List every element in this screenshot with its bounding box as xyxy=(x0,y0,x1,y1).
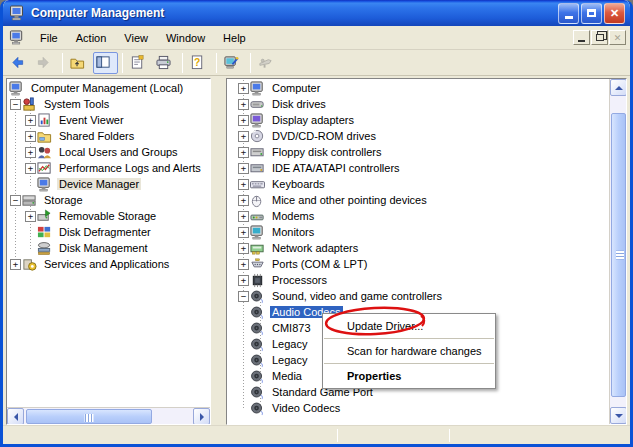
expander-minus-icon[interactable]: − xyxy=(9,195,22,206)
menu-view[interactable]: View xyxy=(115,29,157,47)
expander-plus-icon[interactable]: + xyxy=(9,259,22,270)
menu-file[interactable]: File xyxy=(31,29,67,47)
expander-plus-icon[interactable]: + xyxy=(237,211,250,222)
scroll-thumb[interactable] xyxy=(611,113,626,397)
tree-item-services-and-applications[interactable]: +Services and Applications xyxy=(7,256,210,272)
expander-plus-icon[interactable]: + xyxy=(24,115,37,126)
tree-item-disk-defragmenter[interactable]: Disk Defragmenter xyxy=(7,224,210,240)
expander-plus-icon[interactable]: + xyxy=(237,179,250,190)
tree-item-keyboards[interactable]: +Keyboards xyxy=(227,176,609,192)
speaker-icon xyxy=(250,289,266,304)
expander-plus-icon[interactable]: + xyxy=(237,227,250,238)
tree-item-dvd-cd-rom-drives[interactable]: +DVD/CD-ROM drives xyxy=(227,128,609,144)
scan-computer-button[interactable] xyxy=(221,52,246,74)
tree-item-network-adapters[interactable]: +Network adapters xyxy=(227,240,609,256)
tree-item-ide-ata-atapi-controllers[interactable]: +IDE ATA/ATAPI controllers xyxy=(227,160,609,176)
tree-item-label: CMI873 xyxy=(270,322,313,334)
thumb-grip xyxy=(85,414,94,422)
tree-item-video-codecs[interactable]: Video Codecs xyxy=(227,400,609,416)
minimize-button[interactable] xyxy=(558,3,579,24)
defrag-icon xyxy=(37,225,53,240)
scroll-thumb[interactable] xyxy=(26,409,152,424)
tree-item-computer-management-local[interactable]: Computer Management (Local) xyxy=(7,80,210,96)
expander-plus-icon[interactable]: + xyxy=(237,163,250,174)
expander-plus-icon[interactable]: + xyxy=(24,211,37,222)
back-button[interactable] xyxy=(7,52,32,74)
computer-icon xyxy=(250,81,266,96)
scroll-left-button[interactable] xyxy=(7,408,24,425)
mdi-restore-button[interactable] xyxy=(591,30,608,45)
up-one-level-button[interactable] xyxy=(67,52,92,74)
tree-item-ports-com-lpt[interactable]: +Ports (COM & LPT) xyxy=(227,256,609,272)
expander-plus-icon[interactable]: + xyxy=(24,163,37,174)
users-icon xyxy=(37,145,53,160)
maximize-button[interactable] xyxy=(581,3,602,24)
tree-item-label: Mice and other pointing devices xyxy=(270,194,429,206)
menu-window[interactable]: Window xyxy=(157,29,214,47)
device-manager-icon xyxy=(37,177,53,192)
tree-item-shared-folders[interactable]: +Shared Folders xyxy=(7,128,210,144)
properties-button[interactable] xyxy=(127,52,152,74)
tree-item-display-adapters[interactable]: +Display adapters xyxy=(227,112,609,128)
tree-item-computer[interactable]: +Computer xyxy=(227,80,609,96)
expander-plus-icon[interactable]: + xyxy=(24,131,37,142)
horizontal-scrollbar[interactable] xyxy=(7,407,210,424)
expander-plus-icon[interactable]: + xyxy=(237,195,250,206)
scroll-down-button[interactable] xyxy=(610,407,627,424)
mdi-minimize-button[interactable] xyxy=(573,30,590,45)
tree-item-monitors[interactable]: +Monitors xyxy=(227,224,609,240)
help-icon: ? xyxy=(190,55,206,70)
tree-item-label: Modems xyxy=(270,210,316,222)
tree-item-label: Sound, video and game controllers xyxy=(270,290,444,302)
context-menu-item-properties[interactable]: Properties xyxy=(323,366,495,386)
tree-item-removable-storage[interactable]: +Removable Storage xyxy=(7,208,210,224)
title-bar[interactable]: Computer Management ✕ xyxy=(3,0,630,26)
context-menu-item-scan-for-hardware-changes[interactable]: Scan for hardware changes xyxy=(323,341,495,361)
tree-item-processors[interactable]: +Processors xyxy=(227,272,609,288)
scroll-right-button[interactable] xyxy=(193,408,210,425)
expander-plus-icon[interactable]: + xyxy=(237,259,250,270)
expander-plus-icon[interactable]: + xyxy=(24,147,37,158)
context-menu-item-update-driver[interactable]: Update Driver... xyxy=(323,316,495,336)
tree-item-label: Local Users and Groups xyxy=(57,146,180,158)
expander-plus-icon[interactable]: + xyxy=(237,275,250,286)
expander-plus-icon[interactable]: + xyxy=(237,99,250,110)
vertical-scrollbar[interactable] xyxy=(609,79,626,424)
tree-item-device-manager[interactable]: Device Manager xyxy=(7,176,210,192)
expander-plus-icon[interactable]: + xyxy=(237,115,250,126)
expander-plus-icon[interactable]: + xyxy=(237,243,250,254)
tree-item-label: Monitors xyxy=(270,226,316,238)
tree-item-system-tools[interactable]: −System Tools xyxy=(7,96,210,112)
tree-item-disk-drives[interactable]: +Disk drives xyxy=(227,96,609,112)
computer-icon xyxy=(9,30,25,45)
tree-item-local-users-and-groups[interactable]: +Local Users and Groups xyxy=(7,144,210,160)
mouse-icon xyxy=(250,193,266,208)
tree-item-performance-logs-and-alerts[interactable]: +Performance Logs and Alerts xyxy=(7,160,210,176)
tree-item-storage[interactable]: −Storage xyxy=(7,192,210,208)
tree-item-sound-video-and-game-controllers[interactable]: −Sound, video and game controllers xyxy=(227,288,609,304)
expander-plus-icon[interactable]: + xyxy=(237,131,250,142)
speaker-icon xyxy=(250,353,266,368)
close-button[interactable]: ✕ xyxy=(604,3,625,24)
tree-item-floppy-disk-controllers[interactable]: +Floppy disk controllers xyxy=(227,144,609,160)
expander-minus-icon[interactable]: − xyxy=(9,99,22,110)
expander-plus-icon[interactable]: + xyxy=(237,147,250,158)
status-separator xyxy=(449,429,450,442)
print-button[interactable] xyxy=(153,52,178,74)
tree-item-label: Floppy disk controllers xyxy=(270,146,383,158)
tree-item-event-viewer[interactable]: +Event Viewer xyxy=(7,112,210,128)
chevron-right-icon xyxy=(200,413,208,421)
help-button[interactable]: ? xyxy=(187,52,212,74)
scroll-up-button[interactable] xyxy=(610,79,627,96)
pane-splitter[interactable] xyxy=(216,78,221,425)
tree-item-disk-management[interactable]: Disk Management xyxy=(7,240,210,256)
tree-item-modems[interactable]: +Modems xyxy=(227,208,609,224)
expander-minus-icon[interactable]: − xyxy=(237,291,250,302)
tree-item-mice-and-other-pointing-devices[interactable]: +Mice and other pointing devices xyxy=(227,192,609,208)
expander-plus-icon[interactable]: + xyxy=(237,83,250,94)
menu-help[interactable]: Help xyxy=(214,29,255,47)
show-hide-console-tree-button[interactable] xyxy=(93,52,118,74)
menu-action[interactable]: Action xyxy=(67,29,116,47)
computer-icon xyxy=(9,81,25,96)
status-bar xyxy=(3,425,630,444)
